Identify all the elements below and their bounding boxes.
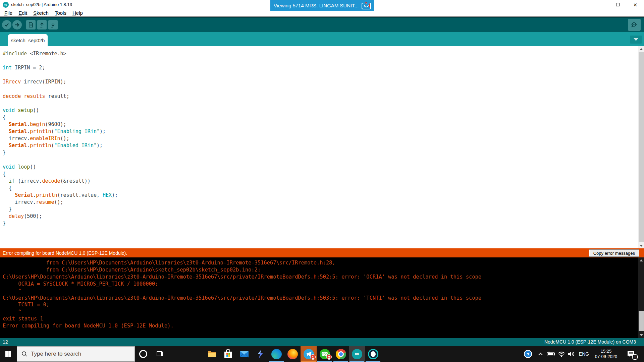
tab-list-dropdown-button[interactable]	[630, 36, 642, 44]
search-input[interactable]	[31, 351, 121, 357]
chevron-up-icon	[538, 353, 543, 357]
firefox-button[interactable]	[284, 346, 301, 362]
editor-scrollbar[interactable]	[638, 46, 644, 248]
console-line: exit status 1	[3, 315, 481, 322]
console-line: ^	[3, 308, 481, 315]
code-line: Serial.println("Enabled IRin");	[3, 142, 118, 149]
cursor-line-number: 12	[0, 339, 8, 345]
file-explorer-icon	[207, 349, 217, 359]
code-line: irrecv.enableIRIn();	[3, 135, 118, 142]
cortana-icon	[139, 350, 147, 358]
mail-icon	[239, 350, 249, 358]
taskbar-search[interactable]	[17, 346, 135, 362]
start-button[interactable]	[0, 346, 16, 362]
scroll-up-icon[interactable]	[638, 257, 644, 263]
save-sketch-button[interactable]	[48, 20, 58, 29]
console-scrollbar-thumb[interactable]	[639, 311, 644, 331]
microsoft-store-button[interactable]	[220, 346, 236, 362]
editor-scrollbar-thumb[interactable]	[639, 52, 644, 242]
wifi-tray-button[interactable]	[557, 346, 566, 362]
scroll-down-icon[interactable]	[638, 332, 644, 338]
scroll-up-icon[interactable]	[638, 46, 644, 52]
magnifier-icon	[631, 21, 638, 28]
copy-error-messages-label: Copy error messages	[593, 251, 635, 256]
menu-tools[interactable]: Tools	[52, 10, 69, 16]
chevron-down-icon	[634, 38, 638, 41]
arduino-app-icon: ∞	[3, 2, 9, 8]
maximize-button[interactable]	[609, 0, 627, 9]
serial-monitor-button[interactable]	[628, 19, 641, 31]
verify-button[interactable]	[2, 20, 11, 29]
code-line: {	[3, 114, 118, 121]
new-sketch-button[interactable]	[26, 20, 36, 29]
code-line: {	[3, 185, 118, 192]
code-line: decode_results result;	[3, 93, 118, 100]
speaker-icon	[568, 351, 575, 357]
cortana-button[interactable]	[135, 346, 151, 362]
console-line: C:\Users\HP\Documents\Arduino\libraries\…	[3, 274, 481, 281]
menu-sketch[interactable]: Sketch	[30, 10, 52, 16]
arduino-ide-button[interactable]: ∞	[349, 346, 365, 362]
clock-tray-button[interactable]: 15:25 07-09-2020	[591, 346, 621, 362]
code-line: if (irrecv.decode(&result))	[3, 178, 118, 185]
volume-tray-button[interactable]	[566, 346, 576, 362]
task-view-button[interactable]	[152, 346, 168, 362]
menu-help[interactable]: Help	[69, 10, 86, 16]
battery-tray-button[interactable]	[546, 346, 556, 362]
browser-app-button[interactable]	[365, 346, 381, 362]
minimize-icon	[599, 5, 602, 5]
code-line: }	[3, 206, 118, 213]
document-icon	[28, 22, 34, 28]
help-icon: ?	[524, 350, 532, 358]
compiler-console[interactable]: from C:\Users\HP\Documents\Arduino\libra…	[0, 257, 644, 338]
console-line: TCNT1 = 0;	[3, 301, 481, 308]
remote-viewing-banner[interactable]: Viewing 5714 MRS. LINGAM SUNIT... x	[270, 0, 374, 11]
whatsapp-badge: 2	[326, 354, 332, 360]
code-line	[3, 100, 118, 107]
language-indicator[interactable]: ENG	[578, 346, 590, 362]
code-line: #include <IRremote.h>	[3, 50, 118, 57]
arrow-up-icon	[39, 22, 45, 28]
action-center-button[interactable]: 1	[623, 346, 639, 362]
get-help-tray-button[interactable]: ?	[523, 346, 533, 362]
task-view-icon	[156, 350, 164, 358]
wifi-icon	[558, 351, 565, 357]
tray-date: 07-09-2020	[595, 354, 618, 359]
language-label: ENG	[579, 351, 589, 357]
telegram-button[interactable]: 1	[301, 346, 317, 362]
code-line: irrecv.resume();	[3, 199, 118, 206]
tab-sketch-sep02b[interactable]: sketch_sep02b	[8, 34, 48, 46]
window-controls: ✕	[592, 0, 644, 9]
scroll-down-icon[interactable]	[638, 243, 644, 248]
console-scrollbar[interactable]	[638, 257, 644, 338]
code-line: IRrecv irrecv(IRPIN);	[3, 78, 118, 85]
notification-badge: 1	[632, 354, 638, 360]
console-line: C:\Users\HP\Documents\Arduino\libraries\…	[3, 295, 481, 302]
code-line	[3, 156, 118, 163]
telegram-badge: 1	[310, 354, 316, 360]
tab-strip: sketch_sep02b	[0, 32, 644, 46]
code-line: Serial.println("Enabling IRin");	[3, 128, 118, 135]
menu-file[interactable]: File	[1, 10, 15, 16]
edge-button[interactable]	[268, 346, 284, 362]
code-editor[interactable]: #include <IRremote.h> int IRPIN = 2; IRr…	[0, 46, 644, 248]
tray-expand-button[interactable]	[536, 346, 545, 362]
check-icon	[4, 22, 10, 28]
menu-edit[interactable]: Edit	[15, 10, 30, 16]
whatsapp-button[interactable]: ☎ 2	[317, 346, 333, 362]
console-line: Error compiling for board NodeMCU 1.0 (E…	[3, 322, 481, 329]
copy-error-messages-button[interactable]: Copy error messages	[589, 249, 639, 257]
mail-button[interactable]	[236, 346, 252, 362]
close-button[interactable]: ✕	[627, 0, 644, 9]
minimize-button[interactable]	[592, 0, 609, 9]
code-lines: #include <IRremote.h> int IRPIN = 2; IRr…	[3, 50, 118, 227]
chrome-button[interactable]	[333, 346, 349, 362]
file-explorer-button[interactable]	[204, 346, 220, 362]
open-sketch-button[interactable]	[37, 20, 47, 29]
code-line: {	[3, 171, 118, 178]
upload-button[interactable]	[12, 20, 22, 29]
app-icon-s-button[interactable]	[252, 346, 268, 362]
code-line	[3, 57, 118, 64]
windows-logo-icon	[5, 351, 11, 357]
code-line: Serial.begin(9600);	[3, 121, 118, 128]
